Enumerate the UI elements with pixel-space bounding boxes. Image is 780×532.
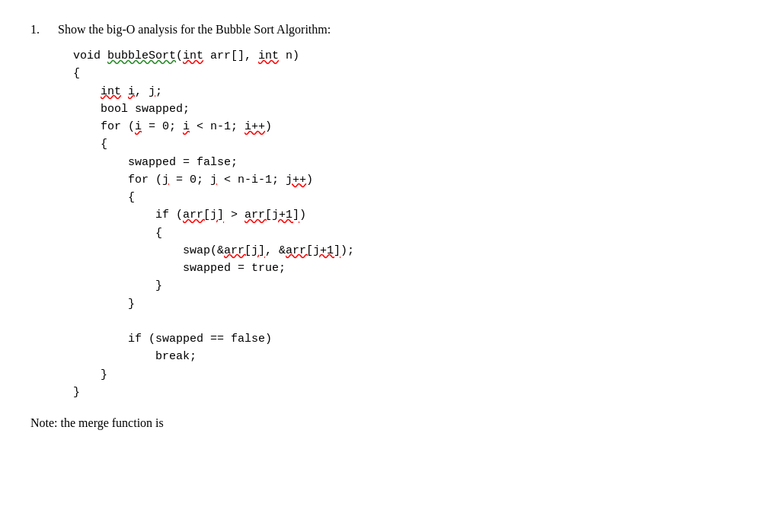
- question-text: Show the big-O analysis for the Bubble S…: [58, 23, 750, 37]
- code-line-int-decl: int i, j;: [73, 83, 750, 100]
- arr-j: arr[j]: [183, 209, 224, 221]
- code-line-open-brace-inner: {: [73, 189, 750, 206]
- question-number: 1.: [30, 23, 49, 401]
- code-line-close-brace-for: }: [73, 366, 750, 384]
- code-line-open-brace-outer: {: [73, 65, 750, 82]
- code-line-if-arr: if (arr[j] > arr[j+1]): [73, 206, 750, 224]
- var-j-decl: j: [149, 85, 155, 98]
- arr-ref-j: arr[j]: [224, 244, 265, 257]
- note-text: Note: the merge function is: [30, 416, 750, 430]
- var-i-decl: i: [128, 85, 135, 98]
- code-line-break: break;: [73, 348, 750, 365]
- var-i-cond: i: [183, 120, 190, 133]
- code-line-close-brace-outer: }: [73, 384, 750, 401]
- code-line-swap: swap(&arr[j], &arr[j+1]);: [73, 242, 750, 260]
- code-line-swapped-true: swapped = true;: [73, 260, 750, 277]
- code-line-open-brace-if: {: [73, 225, 750, 242]
- code-line-signature: void bubbleSort(int arr[], int n): [73, 47, 750, 65]
- code-line-if-swapped: if (swapped == false): [73, 330, 750, 348]
- code-line-for-outer: for (i = 0; i < n-1; i++): [73, 118, 750, 135]
- code-line-swapped-false: swapped = false;: [73, 154, 750, 171]
- code-line-empty: [73, 313, 750, 330]
- code-block: void bubbleSort(int arr[], int n) { int …: [73, 47, 750, 401]
- var-j-init: j: [162, 174, 169, 186]
- arr-ref-j1: arr[j+1]: [286, 244, 340, 257]
- var-j-incr: j++: [286, 174, 306, 186]
- question-1: 1. Show the big-O analysis for the Bubbl…: [30, 23, 750, 401]
- code-line-close-brace-inner: }: [73, 295, 750, 313]
- param-int2: int: [258, 49, 279, 62]
- var-j-cond: j: [210, 174, 217, 186]
- var-i-init: i: [135, 120, 142, 133]
- code-line-for-inner: for (j = 0; j < n-i-1; j++): [73, 171, 750, 189]
- code-line-close-brace-if: }: [73, 277, 750, 295]
- int-keyword: int: [101, 85, 121, 98]
- arr-j1: arr[j+1]: [245, 209, 299, 221]
- question-content: Show the big-O analysis for the Bubble S…: [58, 23, 750, 401]
- code-line-open-brace-for: {: [73, 135, 750, 153]
- var-i-incr: i++: [245, 120, 265, 133]
- function-name: bubbleSort: [107, 49, 176, 62]
- param-int1: int: [183, 49, 203, 62]
- code-line-bool-decl: bool swapped;: [73, 100, 750, 118]
